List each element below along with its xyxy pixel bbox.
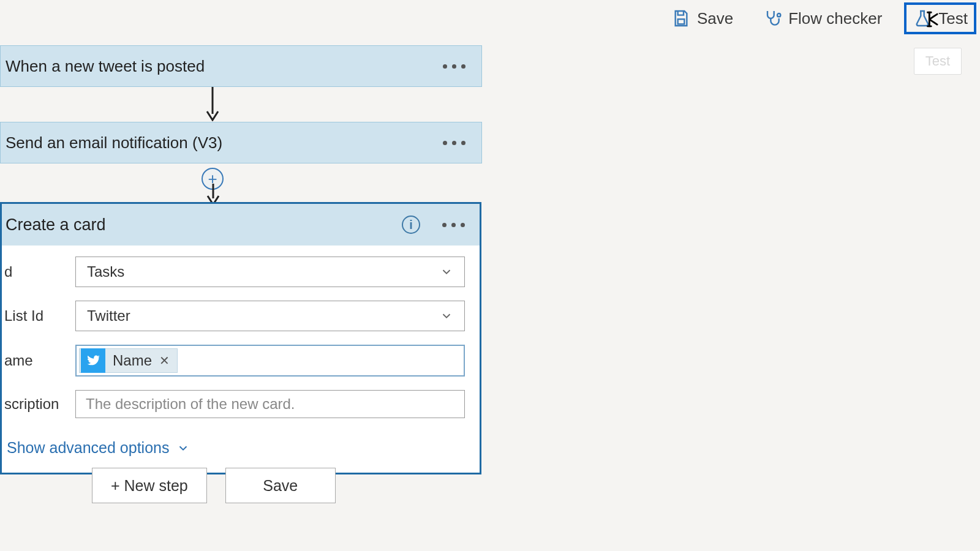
flow-trigger-title: When a new tweet is posted bbox=[6, 57, 205, 76]
board-id-value: Tasks bbox=[87, 263, 124, 280]
create-card-title: Create a card bbox=[6, 216, 106, 234]
test-button[interactable]: Test bbox=[904, 2, 976, 34]
test-button-label: Test bbox=[938, 9, 968, 28]
board-id-label: d bbox=[4, 263, 75, 280]
flow-action-title: Send an email notification (V3) bbox=[6, 133, 222, 152]
dynamic-token[interactable]: Name ✕ bbox=[79, 348, 178, 373]
test-tooltip: Test bbox=[914, 48, 962, 75]
advanced-options-label: Show advanced options bbox=[7, 439, 169, 457]
save-button[interactable]: Save bbox=[664, 4, 741, 33]
info-icon[interactable]: i bbox=[402, 216, 420, 234]
flow-trigger-card[interactable]: When a new tweet is posted bbox=[0, 45, 482, 87]
card-desc-label: scription bbox=[4, 395, 75, 413]
save-button-label: Save bbox=[697, 9, 733, 28]
save-step-button[interactable]: Save bbox=[225, 468, 336, 503]
svg-rect-0 bbox=[678, 19, 685, 24]
board-id-select[interactable]: Tasks bbox=[75, 257, 465, 287]
flow-checker-label: Flow checker bbox=[788, 9, 882, 28]
list-id-value: Twitter bbox=[87, 307, 130, 324]
twitter-icon bbox=[81, 348, 105, 373]
save-icon bbox=[671, 9, 691, 28]
list-id-label: List Id bbox=[4, 307, 75, 324]
flask-icon bbox=[913, 9, 932, 28]
flow-checker-button[interactable]: Flow checker bbox=[755, 4, 889, 33]
stethoscope-icon bbox=[763, 9, 782, 28]
more-icon[interactable] bbox=[443, 64, 466, 69]
card-desc-input[interactable]: The description of the new card. bbox=[75, 390, 465, 418]
new-step-button[interactable]: + New step bbox=[92, 468, 207, 503]
svg-point-1 bbox=[777, 13, 780, 17]
card-name-input[interactable]: Name ✕ bbox=[75, 345, 465, 377]
create-card-header[interactable]: Create a card i bbox=[2, 204, 480, 246]
advanced-options-toggle[interactable]: Show advanced options bbox=[4, 432, 465, 468]
more-icon[interactable] bbox=[442, 223, 465, 227]
footer-actions: + New step Save bbox=[92, 468, 336, 503]
token-label: Name bbox=[113, 352, 152, 369]
chevron-down-icon bbox=[440, 309, 453, 323]
list-id-select[interactable]: Twitter bbox=[75, 301, 465, 331]
chevron-down-icon bbox=[440, 265, 453, 279]
flow-action-card[interactable]: Send an email notification (V3) bbox=[0, 122, 482, 163]
chevron-down-icon bbox=[176, 441, 190, 455]
token-remove[interactable]: ✕ bbox=[159, 353, 170, 368]
flow-arrow bbox=[203, 87, 222, 121]
create-card-step: Create a card i d Tasks List Id Twitter … bbox=[0, 202, 481, 474]
more-icon[interactable] bbox=[443, 141, 466, 145]
toolbar: Save Flow checker Test bbox=[658, 0, 980, 37]
card-name-label: ame bbox=[4, 352, 75, 369]
